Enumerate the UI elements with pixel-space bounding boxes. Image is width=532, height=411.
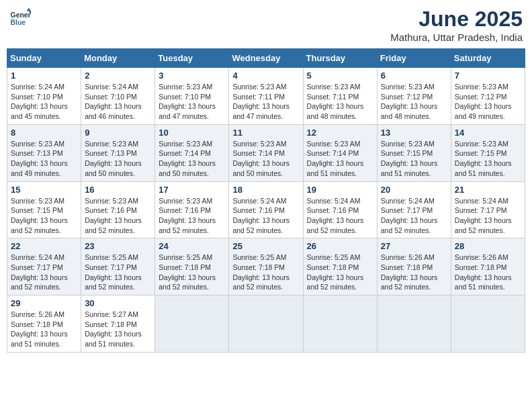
svg-text:General: General [11, 11, 31, 19]
day-info: Sunrise: 5:25 AM Sunset: 7:18 PM Dayligh… [307, 253, 373, 292]
day-info: Sunrise: 5:27 AM Sunset: 7:18 PM Dayligh… [85, 310, 151, 349]
calendar-cell [451, 295, 525, 353]
day-number: 8 [11, 128, 77, 138]
day-info: Sunrise: 5:25 AM Sunset: 7:18 PM Dayligh… [159, 253, 225, 292]
day-number: 20 [381, 185, 447, 195]
calendar-cell: 9Sunrise: 5:23 AM Sunset: 7:13 PM Daylig… [81, 124, 155, 181]
day-number: 28 [455, 241, 521, 251]
calendar-cell: 30Sunrise: 5:27 AM Sunset: 7:18 PM Dayli… [81, 295, 155, 353]
day-info: Sunrise: 5:23 AM Sunset: 7:14 PM Dayligh… [232, 139, 299, 179]
calendar-cell: 3Sunrise: 5:23 AM Sunset: 7:10 PM Daylig… [155, 68, 229, 125]
day-number: 19 [307, 185, 373, 195]
day-info: Sunrise: 5:23 AM Sunset: 7:15 PM Dayligh… [455, 139, 521, 179]
day-number: 14 [455, 128, 521, 138]
day-info: Sunrise: 5:25 AM Sunset: 7:17 PM Dayligh… [85, 253, 151, 292]
day-info: Sunrise: 5:23 AM Sunset: 7:13 PM Dayligh… [85, 139, 151, 179]
day-number: 5 [307, 71, 373, 81]
calendar-cell: 20Sunrise: 5:24 AM Sunset: 7:17 PM Dayli… [377, 181, 451, 238]
calendar-cell [377, 295, 451, 353]
day-info: Sunrise: 5:26 AM Sunset: 7:18 PM Dayligh… [11, 310, 77, 349]
logo-icon: General Blue [9, 7, 31, 28]
day-number: 23 [85, 241, 151, 251]
calendar-cell: 11Sunrise: 5:23 AM Sunset: 7:14 PM Dayli… [229, 124, 303, 181]
calendar-cell: 12Sunrise: 5:23 AM Sunset: 7:14 PM Dayli… [303, 124, 377, 181]
calendar-week-row-4: 22Sunrise: 5:24 AM Sunset: 7:17 PM Dayli… [7, 238, 525, 295]
calendar-cell: 24Sunrise: 5:25 AM Sunset: 7:18 PM Dayli… [155, 238, 229, 295]
calendar-header-thursday: Thursday [303, 49, 377, 68]
day-number: 4 [232, 71, 299, 81]
day-number: 12 [307, 128, 373, 138]
day-info: Sunrise: 5:24 AM Sunset: 7:16 PM Dayligh… [307, 196, 373, 236]
calendar-cell: 7Sunrise: 5:23 AM Sunset: 7:12 PM Daylig… [451, 68, 525, 125]
day-info: Sunrise: 5:26 AM Sunset: 7:18 PM Dayligh… [381, 253, 447, 292]
day-info: Sunrise: 5:23 AM Sunset: 7:15 PM Dayligh… [11, 196, 77, 236]
day-number: 6 [381, 71, 447, 81]
day-info: Sunrise: 5:24 AM Sunset: 7:17 PM Dayligh… [455, 196, 521, 236]
location-title: Mathura, Uttar Pradesh, India [390, 32, 523, 43]
calendar-week-row-3: 15Sunrise: 5:23 AM Sunset: 7:15 PM Dayli… [7, 181, 525, 238]
calendar-cell: 8Sunrise: 5:23 AM Sunset: 7:13 PM Daylig… [7, 124, 81, 181]
calendar-header-wednesday: Wednesday [229, 49, 303, 68]
day-info: Sunrise: 5:23 AM Sunset: 7:13 PM Dayligh… [11, 139, 77, 179]
month-title: June 2025 [390, 7, 523, 32]
day-number: 27 [381, 241, 447, 251]
day-number: 11 [232, 128, 299, 138]
calendar-cell: 21Sunrise: 5:24 AM Sunset: 7:17 PM Dayli… [451, 181, 525, 238]
day-number: 30 [85, 298, 151, 308]
day-number: 17 [159, 185, 225, 195]
day-info: Sunrise: 5:23 AM Sunset: 7:12 PM Dayligh… [381, 82, 447, 122]
day-info: Sunrise: 5:23 AM Sunset: 7:14 PM Dayligh… [307, 139, 373, 179]
day-info: Sunrise: 5:23 AM Sunset: 7:16 PM Dayligh… [85, 196, 151, 236]
calendar-cell: 13Sunrise: 5:23 AM Sunset: 7:15 PM Dayli… [377, 124, 451, 181]
calendar-cell: 4Sunrise: 5:23 AM Sunset: 7:11 PM Daylig… [229, 68, 303, 125]
logo: General Blue [9, 7, 31, 28]
calendar-table: SundayMondayTuesdayWednesdayThursdayFrid… [7, 48, 525, 353]
day-info: Sunrise: 5:23 AM Sunset: 7:14 PM Dayligh… [159, 139, 225, 179]
day-number: 13 [381, 128, 447, 138]
day-info: Sunrise: 5:23 AM Sunset: 7:11 PM Dayligh… [307, 82, 373, 122]
calendar-cell: 22Sunrise: 5:24 AM Sunset: 7:17 PM Dayli… [7, 238, 81, 295]
calendar-cell: 26Sunrise: 5:25 AM Sunset: 7:18 PM Dayli… [303, 238, 377, 295]
day-number: 22 [11, 241, 77, 251]
calendar-cell: 18Sunrise: 5:24 AM Sunset: 7:16 PM Dayli… [229, 181, 303, 238]
calendar-cell: 17Sunrise: 5:23 AM Sunset: 7:16 PM Dayli… [155, 181, 229, 238]
calendar-week-row-2: 8Sunrise: 5:23 AM Sunset: 7:13 PM Daylig… [7, 124, 525, 181]
calendar-cell: 25Sunrise: 5:25 AM Sunset: 7:18 PM Dayli… [229, 238, 303, 295]
day-info: Sunrise: 5:23 AM Sunset: 7:16 PM Dayligh… [159, 196, 225, 236]
calendar-header-monday: Monday [81, 49, 155, 68]
day-info: Sunrise: 5:25 AM Sunset: 7:18 PM Dayligh… [232, 253, 299, 292]
calendar-cell: 5Sunrise: 5:23 AM Sunset: 7:11 PM Daylig… [303, 68, 377, 125]
calendar-header-sunday: Sunday [7, 49, 81, 68]
calendar-header-saturday: Saturday [451, 49, 525, 68]
day-info: Sunrise: 5:24 AM Sunset: 7:16 PM Dayligh… [232, 196, 299, 236]
day-info: Sunrise: 5:24 AM Sunset: 7:10 PM Dayligh… [85, 82, 151, 122]
calendar-week-row-1: 1Sunrise: 5:24 AM Sunset: 7:10 PM Daylig… [7, 68, 525, 125]
calendar-cell [303, 295, 377, 353]
calendar-cell: 15Sunrise: 5:23 AM Sunset: 7:15 PM Dayli… [7, 181, 81, 238]
svg-text:Blue: Blue [11, 19, 26, 26]
calendar-cell: 29Sunrise: 5:26 AM Sunset: 7:18 PM Dayli… [7, 295, 81, 353]
calendar-cell: 28Sunrise: 5:26 AM Sunset: 7:18 PM Dayli… [451, 238, 525, 295]
page-header: General Blue June 2025 Mathura, Uttar Pr… [7, 7, 525, 43]
title-area: June 2025 Mathura, Uttar Pradesh, India [390, 7, 523, 43]
day-number: 7 [455, 71, 521, 81]
day-info: Sunrise: 5:23 AM Sunset: 7:11 PM Dayligh… [232, 82, 299, 122]
day-number: 1 [11, 71, 77, 81]
day-info: Sunrise: 5:26 AM Sunset: 7:18 PM Dayligh… [455, 253, 521, 292]
day-info: Sunrise: 5:24 AM Sunset: 7:17 PM Dayligh… [11, 253, 77, 292]
svg-marker-3 [27, 8, 31, 11]
day-number: 16 [85, 185, 151, 195]
calendar-header-friday: Friday [377, 49, 451, 68]
day-info: Sunrise: 5:23 AM Sunset: 7:10 PM Dayligh… [159, 82, 225, 122]
calendar-cell: 16Sunrise: 5:23 AM Sunset: 7:16 PM Dayli… [81, 181, 155, 238]
day-number: 26 [307, 241, 373, 251]
day-info: Sunrise: 5:23 AM Sunset: 7:12 PM Dayligh… [455, 82, 521, 122]
calendar-header-tuesday: Tuesday [155, 49, 229, 68]
day-number: 29 [11, 298, 77, 308]
calendar-cell: 27Sunrise: 5:26 AM Sunset: 7:18 PM Dayli… [377, 238, 451, 295]
calendar-cell [229, 295, 303, 353]
day-number: 18 [232, 185, 299, 195]
calendar-cell: 6Sunrise: 5:23 AM Sunset: 7:12 PM Daylig… [377, 68, 451, 125]
day-number: 24 [159, 241, 225, 251]
calendar-cell: 10Sunrise: 5:23 AM Sunset: 7:14 PM Dayli… [155, 124, 229, 181]
